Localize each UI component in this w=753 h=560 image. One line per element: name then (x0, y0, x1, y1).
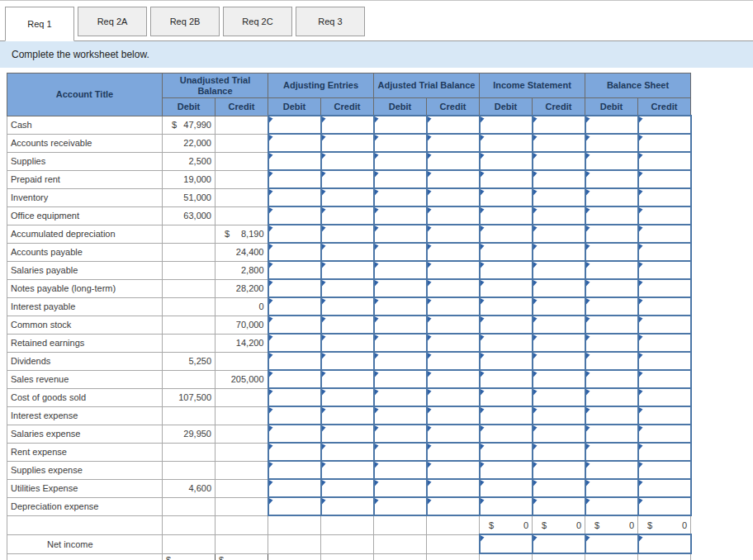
adjusting-debit-input[interactable] (268, 497, 321, 515)
balance-sheet-debit-input[interactable] (585, 443, 638, 461)
income-statement-debit-input[interactable] (480, 388, 533, 406)
balance-sheet-credit-input[interactable] (638, 461, 691, 479)
income-statement-credit-input[interactable] (533, 443, 585, 461)
adjusted-credit-input[interactable] (427, 206, 480, 225)
adjusting-debit-input[interactable] (268, 261, 321, 279)
balance-sheet-debit-input[interactable] (585, 461, 638, 479)
balance-sheet-debit-input[interactable] (585, 334, 638, 352)
balance-sheet-credit-input[interactable] (638, 297, 691, 316)
income-statement-debit-input[interactable] (480, 243, 533, 261)
adjusting-debit-input[interactable] (268, 461, 321, 479)
income-statement-credit-input[interactable] (533, 461, 585, 479)
adjusted-debit-input[interactable] (374, 243, 427, 261)
adjusting-credit-input[interactable] (321, 443, 374, 461)
adjusting-credit-input[interactable] (321, 352, 374, 370)
adjusting-credit-input[interactable] (321, 461, 374, 479)
income-statement-credit-input[interactable] (533, 370, 585, 388)
tab-req-2c[interactable]: Req 2C (223, 7, 292, 36)
adjusted-credit-input[interactable] (427, 261, 480, 279)
adjusting-debit-input[interactable] (268, 152, 321, 170)
adjusted-credit-input[interactable] (427, 497, 480, 515)
adjusting-debit-input[interactable] (268, 406, 321, 425)
income-statement-credit-input[interactable] (533, 152, 585, 170)
balance-sheet-credit-input[interactable] (638, 479, 691, 497)
income-statement-credit-input[interactable] (533, 279, 585, 297)
adjusting-credit-input[interactable] (321, 316, 374, 334)
adjusting-credit-input[interactable] (321, 170, 374, 188)
income-statement-credit-input[interactable] (533, 425, 585, 443)
tab-req-2a[interactable]: Req 2A (78, 7, 147, 36)
adjusting-debit-input[interactable] (268, 425, 321, 443)
adjusted-debit-input[interactable] (374, 188, 427, 206)
income-statement-debit-input[interactable] (480, 134, 533, 152)
income-statement-debit-input[interactable] (480, 261, 533, 279)
adjusting-credit-input[interactable] (321, 225, 374, 243)
adjusted-debit-input[interactable] (374, 388, 427, 406)
balance-sheet-credit-input[interactable] (638, 406, 691, 425)
tab-req-1[interactable]: Req 1 (5, 7, 74, 41)
income-statement-debit-input[interactable] (480, 461, 533, 479)
net-income-income-debit-input[interactable] (480, 534, 533, 553)
adjusting-debit-input[interactable] (268, 443, 321, 461)
adjusted-debit-input[interactable] (374, 279, 427, 297)
balance-sheet-debit-input[interactable] (585, 134, 638, 152)
adjusted-debit-input[interactable] (374, 152, 427, 170)
adjusted-debit-input[interactable] (374, 116, 427, 134)
adjusted-credit-input[interactable] (427, 316, 480, 334)
adjusting-debit-input[interactable] (268, 206, 321, 225)
net-income-balance-credit-input[interactable] (638, 534, 691, 553)
balance-sheet-debit-input[interactable] (585, 297, 638, 316)
adjusted-credit-input[interactable] (427, 388, 480, 406)
income-statement-credit-input[interactable] (533, 134, 585, 152)
adjusting-debit-input[interactable] (268, 225, 321, 243)
adjusted-debit-input[interactable] (374, 370, 427, 388)
adjusted-debit-input[interactable] (374, 206, 427, 225)
income-statement-credit-input[interactable] (533, 497, 585, 515)
income-statement-credit-input[interactable] (533, 188, 585, 206)
income-statement-credit-input[interactable] (533, 406, 585, 425)
adjusted-debit-input[interactable] (374, 261, 427, 279)
adjusting-credit-input[interactable] (321, 370, 374, 388)
income-statement-credit-input[interactable] (533, 352, 585, 370)
adjusting-debit-input[interactable] (268, 316, 321, 334)
balance-sheet-credit-input[interactable] (638, 279, 691, 297)
balance-sheet-debit-input[interactable] (585, 388, 638, 406)
adjusted-credit-input[interactable] (427, 225, 480, 243)
tab-req-2b[interactable]: Req 2B (150, 7, 220, 36)
balance-sheet-credit-input[interactable] (638, 206, 691, 225)
adjusting-credit-input[interactable] (321, 188, 374, 206)
income-statement-debit-input[interactable] (480, 497, 533, 515)
income-statement-credit-input[interactable] (533, 261, 585, 279)
adjusted-debit-input[interactable] (374, 497, 427, 515)
income-statement-credit-input[interactable] (533, 297, 585, 316)
income-statement-credit-input[interactable] (533, 479, 585, 497)
balance-sheet-credit-input[interactable] (638, 188, 691, 206)
adjusted-debit-input[interactable] (374, 170, 427, 188)
adjusted-debit-input[interactable] (374, 425, 427, 443)
balance-sheet-credit-input[interactable] (638, 134, 691, 152)
adjusted-credit-input[interactable] (427, 170, 480, 188)
adjusted-debit-input[interactable] (374, 406, 427, 425)
adjusting-debit-input[interactable] (268, 388, 321, 406)
adjusting-credit-input[interactable] (321, 279, 374, 297)
balance-sheet-debit-input[interactable] (585, 425, 638, 443)
balance-sheet-debit-input[interactable] (585, 116, 638, 134)
adjusted-debit-input[interactable] (374, 443, 427, 461)
balance-sheet-credit-input[interactable] (638, 443, 691, 461)
income-statement-debit-input[interactable] (480, 334, 533, 352)
adjusted-credit-input[interactable] (427, 279, 480, 297)
balance-sheet-debit-input[interactable] (585, 225, 638, 243)
adjusted-debit-input[interactable] (374, 297, 427, 316)
adjusted-credit-input[interactable] (427, 243, 480, 261)
income-statement-credit-input[interactable] (533, 116, 585, 134)
adjusted-debit-input[interactable] (374, 352, 427, 370)
balance-sheet-credit-input[interactable] (638, 425, 691, 443)
income-statement-debit-input[interactable] (480, 116, 533, 134)
adjusting-debit-input[interactable] (268, 134, 321, 152)
adjusted-credit-input[interactable] (427, 152, 480, 170)
income-statement-debit-input[interactable] (480, 406, 533, 425)
adjusted-credit-input[interactable] (427, 406, 480, 425)
tab-req-3[interactable]: Req 3 (296, 7, 365, 36)
income-statement-debit-input[interactable] (480, 279, 533, 297)
income-statement-debit-input[interactable] (480, 370, 533, 388)
